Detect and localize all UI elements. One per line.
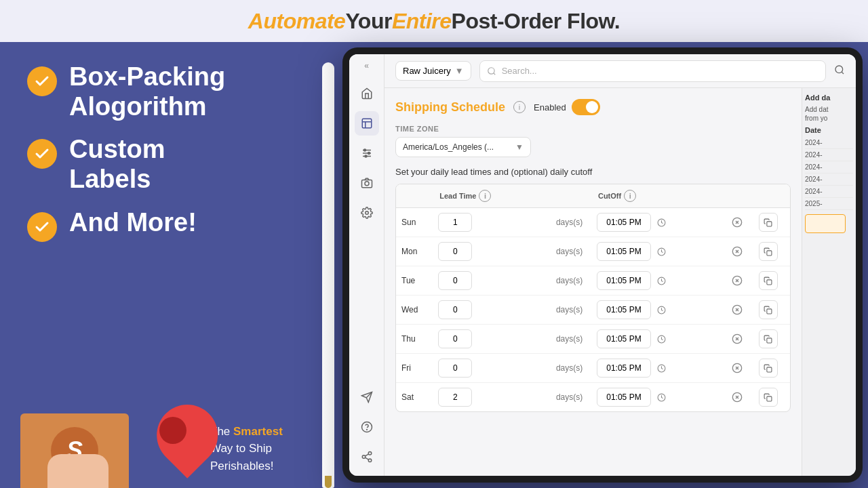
col-header-spacer3 xyxy=(753,184,790,208)
table-row: Tue days(s) xyxy=(396,266,790,296)
cutoff-input-fri[interactable] xyxy=(597,359,651,378)
cutoff-input-wed[interactable] xyxy=(597,300,651,319)
table-row: Fri days(s) xyxy=(396,354,790,383)
table-description: Set your daily lead times and (optional)… xyxy=(395,167,791,177)
cutoff-clock-icon-sun[interactable] xyxy=(654,214,670,230)
remove-button-thu[interactable] xyxy=(729,331,745,347)
sidebar-icon-share[interactable] xyxy=(355,445,379,469)
lead-input-thu[interactable] xyxy=(438,329,472,348)
lead-time-cell-tue xyxy=(433,266,551,296)
lead-time-info-icon[interactable]: i xyxy=(479,190,491,202)
svg-rect-49 xyxy=(767,338,772,342)
page-title: Shipping Schedule xyxy=(395,100,505,115)
search-submit-icon[interactable] xyxy=(834,64,845,78)
page-header: Shipping Schedule i Enabled xyxy=(395,99,791,115)
copy-cell-sat xyxy=(753,383,790,411)
copy-cell-sun xyxy=(753,208,790,237)
lead-time-cell-sun xyxy=(433,208,551,237)
days-label-sun: days(s) xyxy=(556,218,583,227)
sidebar-collapse-button[interactable]: « xyxy=(364,61,369,70)
col-header-spacer2 xyxy=(724,184,753,208)
remove-button-wed[interactable] xyxy=(729,302,745,318)
day-cell-fri: Fri xyxy=(396,354,433,383)
sidebar-icon-camera[interactable] xyxy=(355,171,379,195)
remove-button-tue[interactable] xyxy=(729,272,745,289)
copy-button-wed[interactable] xyxy=(759,300,778,319)
sidebar-icon-help[interactable] xyxy=(355,415,379,439)
lead-time-cell-wed xyxy=(433,296,551,325)
cutoff-clock-icon-fri[interactable] xyxy=(654,360,670,376)
sidebar-icon-settings[interactable] xyxy=(355,201,379,225)
day-cell-sat: Sat xyxy=(396,383,433,411)
enabled-label: Enabled xyxy=(534,102,566,113)
banner-rest: Post-Order Flow. xyxy=(452,9,620,34)
sidebar-icon-orders[interactable] xyxy=(355,111,379,136)
remove-button-sat[interactable] xyxy=(729,389,745,405)
lead-input-sun[interactable] xyxy=(438,213,472,232)
sidebar-icon-send[interactable] xyxy=(355,385,379,409)
cutoff-input-tue[interactable] xyxy=(597,271,651,290)
cutoff-clock-icon-thu[interactable] xyxy=(654,331,670,347)
copy-button-sun[interactable] xyxy=(759,213,778,232)
lead-input-sat[interactable] xyxy=(438,388,472,407)
copy-button-sat[interactable] xyxy=(759,388,778,407)
right-panel-date-col: Date xyxy=(805,126,853,134)
cutoff-input-sun[interactable] xyxy=(597,213,651,232)
cutoff-clock-icon-wed[interactable] xyxy=(654,302,670,318)
date-list-item: 2024- xyxy=(805,149,853,161)
table-row: Mon days(s) xyxy=(396,237,790,266)
lead-input-wed[interactable] xyxy=(438,300,472,319)
right-panel-title: Add da xyxy=(805,94,853,102)
day-cell-thu: Thu xyxy=(396,325,433,354)
page-title-info-icon[interactable]: i xyxy=(513,101,526,113)
days-label-fri: days(s) xyxy=(556,363,583,373)
cutoff-clock-icon-mon[interactable] xyxy=(654,243,670,260)
day-cell-tue: Tue xyxy=(396,266,433,296)
left-panel: Box-PackingAlogorithm CustomLabels And M… xyxy=(0,42,332,488)
remove-cell-tue xyxy=(724,266,753,296)
cutoff-input-sat[interactable] xyxy=(597,388,651,407)
lead-input-fri[interactable] xyxy=(438,359,472,378)
top-bar: Raw Juicery ▼ Search... xyxy=(384,54,856,88)
cutoff-clock-icon-sat[interactable] xyxy=(654,389,670,405)
cutoff-cell-mon xyxy=(591,237,724,266)
copy-button-thu[interactable] xyxy=(759,329,778,348)
feature-text-and-more: And More! xyxy=(69,208,197,238)
remove-button-mon[interactable] xyxy=(729,243,745,260)
days-label-cell-sun: days(s) xyxy=(551,208,591,237)
remove-button-sun[interactable] xyxy=(729,214,745,230)
sidebar-icon-sliders[interactable] xyxy=(355,141,379,165)
cutoff-input-mon[interactable] xyxy=(597,242,651,261)
search-bar[interactable]: Search... xyxy=(479,60,826,82)
lead-input-mon[interactable] xyxy=(438,242,472,261)
sidebar-icon-home[interactable] xyxy=(355,81,379,106)
cutoff-clock-icon-tue[interactable] xyxy=(654,272,670,289)
days-label-tue: days(s) xyxy=(556,276,583,285)
feature-box-packing: Box-PackingAlogorithm xyxy=(27,62,305,121)
remove-button-fri[interactable] xyxy=(729,360,745,376)
lead-time-cell-sat xyxy=(433,383,551,411)
lead-input-tue[interactable] xyxy=(438,271,472,290)
svg-rect-44 xyxy=(767,308,772,313)
timezone-chevron-icon: ▼ xyxy=(515,142,524,152)
days-label-cell-sat: days(s) xyxy=(551,383,591,411)
timezone-section-label: TIME ZONE xyxy=(395,125,791,133)
copy-button-fri[interactable] xyxy=(759,359,778,378)
date-list-item: 2024- xyxy=(805,161,853,174)
date-list-item: 2025- xyxy=(805,198,853,210)
timezone-selector[interactable]: America/Los_Angeles (... ▼ xyxy=(395,137,531,157)
cutoff-input-thu[interactable] xyxy=(597,329,651,348)
table-row: Thu days(s) xyxy=(396,325,790,354)
cutoff-info-icon[interactable]: i xyxy=(624,190,636,202)
copy-button-tue[interactable] xyxy=(759,271,778,290)
remove-cell-fri xyxy=(724,354,753,383)
svg-point-16 xyxy=(368,452,372,455)
copy-cell-fri xyxy=(753,354,790,383)
store-selector[interactable]: Raw Juicery ▼ xyxy=(395,61,471,81)
days-label-mon: days(s) xyxy=(556,247,583,256)
table-row: Wed days(s) xyxy=(396,296,790,325)
copy-button-mon[interactable] xyxy=(759,242,778,261)
date-input-box[interactable] xyxy=(805,214,846,233)
enabled-toggle[interactable] xyxy=(572,99,600,115)
tagline-smartest: Smartest xyxy=(233,425,283,438)
